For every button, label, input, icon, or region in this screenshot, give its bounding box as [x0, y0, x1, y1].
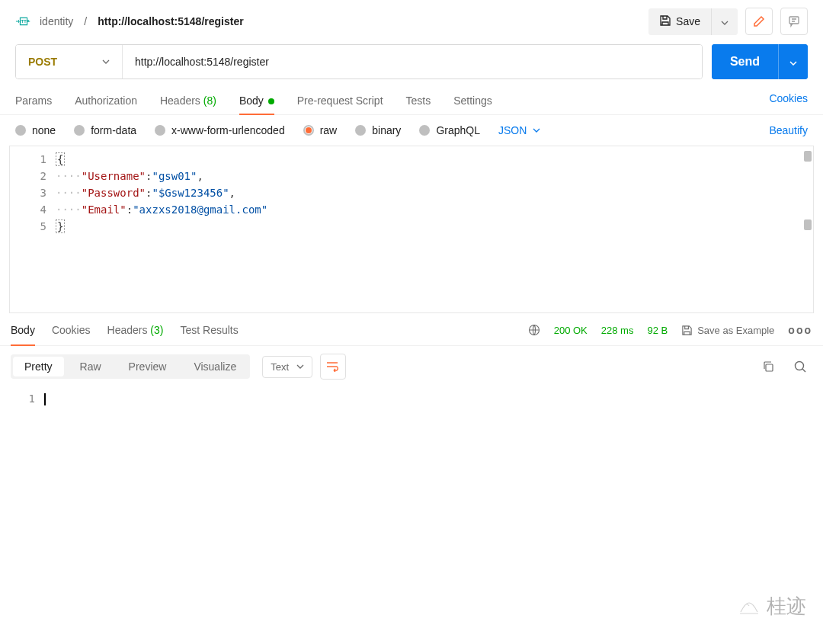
response-tabs: Body Cookies Headers (3) Test Results 20… — [0, 313, 823, 346]
wrap-lines-button[interactable] — [320, 354, 346, 380]
response-gutter: 1 — [11, 390, 44, 407]
view-raw-button[interactable]: Raw — [66, 354, 115, 379]
svg-rect-1 — [789, 17, 799, 24]
save-button-group: Save — [648, 8, 738, 35]
more-options-button[interactable]: ooo — [788, 324, 812, 336]
breadcrumb-current: http://localhost:5148/register — [98, 15, 243, 27]
tab-authorization[interactable]: Authorization — [75, 90, 137, 114]
body-format-select[interactable]: JSON — [498, 124, 540, 136]
top-actions: Save — [648, 8, 808, 35]
method-label: POST — [28, 56, 57, 68]
breadcrumb-parent[interactable]: identity — [40, 15, 73, 27]
tab-tests[interactable]: Tests — [406, 90, 431, 114]
response-tab-body[interactable]: Body — [11, 324, 35, 345]
text-cursor — [44, 393, 46, 405]
svg-point-4 — [795, 361, 803, 370]
tab-settings[interactable]: Settings — [453, 90, 492, 114]
chevron-down-icon — [533, 128, 540, 133]
search-response-button[interactable] — [788, 354, 812, 379]
status-code: 200 OK — [554, 325, 588, 336]
send-button[interactable]: Send — [712, 44, 778, 79]
tab-headers-label: Headers — [160, 95, 200, 107]
response-body-editor[interactable]: 1 — [0, 387, 823, 410]
request-row: POST Send — [0, 44, 823, 85]
body-type-form-data[interactable]: form-data — [74, 124, 136, 136]
scrollbar-thumb-bottom[interactable] — [804, 219, 812, 230]
copy-response-button[interactable] — [756, 354, 780, 379]
body-type-raw[interactable]: raw — [303, 124, 338, 136]
tab-params[interactable]: Params — [15, 90, 52, 114]
method-select[interactable]: POST — [16, 45, 123, 78]
svg-rect-3 — [766, 364, 773, 371]
headers-count: (8) — [203, 95, 216, 107]
save-button[interactable]: Save — [648, 8, 711, 35]
scrollbar-thumb-top[interactable] — [804, 151, 812, 162]
chevron-down-icon — [102, 59, 110, 64]
view-preview-button[interactable]: Preview — [115, 354, 181, 379]
body-type-xwww[interactable]: x-www-form-urlencoded — [155, 124, 285, 136]
comment-button[interactable] — [780, 8, 808, 35]
radio-icon — [15, 125, 26, 136]
response-toolbar: Pretty Raw Preview Visualize Text — [0, 346, 823, 387]
edit-button[interactable] — [745, 8, 773, 35]
method-url-group: POST — [15, 44, 703, 79]
response-tab-headers[interactable]: Headers (3) — [107, 324, 164, 345]
response-tab-cookies[interactable]: Cookies — [52, 324, 91, 345]
response-status: 200 OK 228 ms 92 B Save as Example ooo — [528, 324, 812, 345]
body-type-none[interactable]: none — [15, 124, 56, 136]
radio-icon — [155, 125, 165, 136]
radio-icon — [419, 125, 430, 136]
http-icon: HTTP — [15, 16, 32, 27]
request-tabs: Params Authorization Headers (8) Body Pr… — [0, 85, 823, 115]
body-type-binary[interactable]: binary — [355, 124, 401, 136]
top-bar: HTTP identity / http://localhost:5148/re… — [0, 0, 823, 44]
tab-headers[interactable]: Headers (8) — [160, 90, 216, 114]
url-input[interactable] — [123, 45, 702, 78]
tab-body-label: Body — [239, 95, 264, 107]
view-visualize-button[interactable]: Visualize — [180, 354, 250, 379]
body-modified-indicator — [268, 98, 274, 104]
radio-icon — [355, 125, 366, 136]
send-dropdown-button[interactable] — [778, 44, 808, 79]
svg-text:HTTP: HTTP — [18, 19, 30, 24]
beautify-link[interactable]: Beautify — [769, 124, 808, 136]
status-time: 228 ms — [601, 325, 634, 336]
view-mode-group: Pretty Raw Preview Visualize — [11, 354, 250, 379]
chevron-down-icon — [296, 364, 304, 369]
cookies-link[interactable]: Cookies — [769, 92, 808, 112]
save-label: Save — [676, 15, 700, 27]
editor-gutter: 1 2 3 4 5 — [10, 146, 56, 312]
view-pretty-button[interactable]: Pretty — [13, 357, 64, 376]
tab-prerequest[interactable]: Pre-request Script — [297, 90, 383, 114]
save-dropdown-button[interactable] — [711, 8, 738, 35]
save-as-example-button[interactable]: Save as Example — [681, 325, 774, 336]
response-tab-test-results[interactable]: Test Results — [180, 324, 238, 345]
watermark: 桂迹 — [738, 593, 806, 620]
send-button-group: Send — [712, 44, 808, 79]
editor-content[interactable]: { ····"Username":"gsw01", ····"Password"… — [56, 146, 813, 312]
status-size: 92 B — [647, 325, 668, 336]
response-content[interactable] — [44, 390, 812, 407]
tab-body[interactable]: Body — [239, 90, 274, 114]
body-type-row: none form-data x-www-form-urlencoded raw… — [0, 115, 823, 146]
breadcrumb-separator: / — [84, 15, 87, 27]
globe-icon[interactable] — [528, 324, 540, 336]
breadcrumb: HTTP identity / http://localhost:5148/re… — [15, 15, 642, 27]
radio-icon — [74, 125, 85, 136]
response-format-select[interactable]: Text — [262, 356, 312, 378]
body-type-graphql[interactable]: GraphQL — [419, 124, 480, 136]
radio-icon — [303, 125, 314, 136]
request-body-editor[interactable]: 1 2 3 4 5 { ····"Username":"gsw01", ····… — [9, 146, 814, 313]
save-icon — [659, 14, 671, 29]
